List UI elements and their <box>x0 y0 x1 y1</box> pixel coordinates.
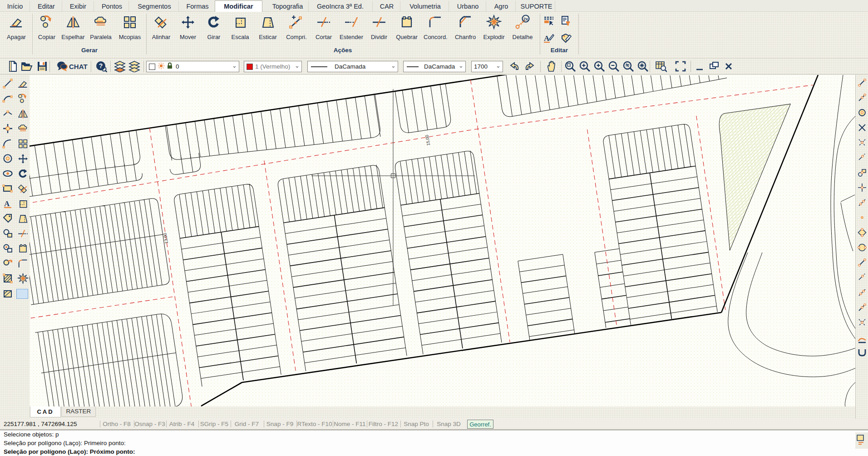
svg-text:A: A <box>544 34 550 43</box>
svg-text:A: A <box>4 199 10 208</box>
svg-text:2x: 2x <box>523 17 528 21</box>
